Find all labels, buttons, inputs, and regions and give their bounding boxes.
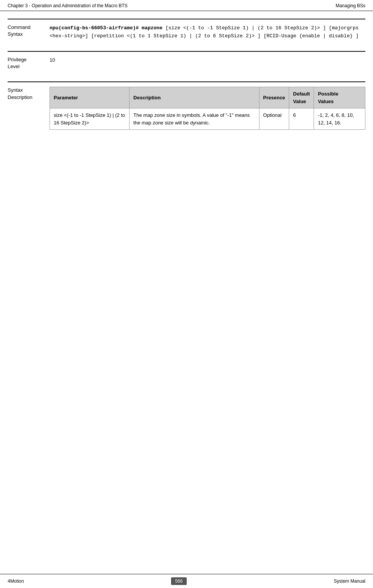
command-syntax-content: npu(config-bs-66053-airframe)# mapzone [… [50, 24, 365, 40]
main-content: Command Syntax npu(config-bs-66053-airfr… [0, 11, 373, 164]
page-number: 566 [171, 577, 186, 585]
cell-parameter: size <(-1 to -1 StepSize 1) | (2 to 16 S… [50, 108, 130, 130]
privilege-level-section: Privilege Level 10 [8, 51, 365, 70]
cell-presence: Optional [259, 108, 289, 130]
col-header-possible-values: PossibleValues [314, 87, 365, 108]
page-footer: 4Motion 566 System Manual [0, 574, 373, 588]
privilege-level-label: Privilege Level [8, 56, 50, 70]
col-header-parameter: Parameter [50, 87, 130, 108]
page-header: Chapter 3 - Operation and Administration… [0, 0, 373, 11]
header-right: Managing BSs [336, 3, 365, 8]
command-syntax-label: Command Syntax [8, 24, 50, 40]
command-bold-text: npu(config-bs-66053-airframe)# mapzone [50, 25, 162, 31]
syntax-description-section: Syntax Description Parameter Description… [8, 81, 365, 130]
command-syntax-section: Command Syntax npu(config-bs-66053-airfr… [8, 19, 365, 40]
table-header-row: Parameter Description Presence DefaultVa… [50, 87, 365, 108]
cell-default-value: 6 [289, 108, 314, 130]
syntax-table: Parameter Description Presence DefaultVa… [50, 87, 365, 130]
header-left: Chapter 3 - Operation and Administration… [8, 3, 128, 8]
footer-right: System Manual [334, 578, 365, 584]
cell-description: The map zone size in symbols. A value of… [130, 108, 259, 130]
syntax-description-label: Syntax Description [8, 87, 50, 130]
table-row: size <(-1 to -1 StepSize 1) | (2 to 16 S… [50, 108, 365, 130]
cell-possible-values: -1, 2, 4, 6, 8, 10, 12, 14, 16. [314, 108, 365, 130]
col-header-description: Description [130, 87, 259, 108]
syntax-description-content: Parameter Description Presence DefaultVa… [50, 87, 365, 130]
privilege-level-value: 10 [50, 56, 365, 70]
col-header-presence: Presence [259, 87, 289, 108]
col-header-default-value: DefaultValue [289, 87, 314, 108]
footer-left: 4Motion [8, 578, 24, 584]
